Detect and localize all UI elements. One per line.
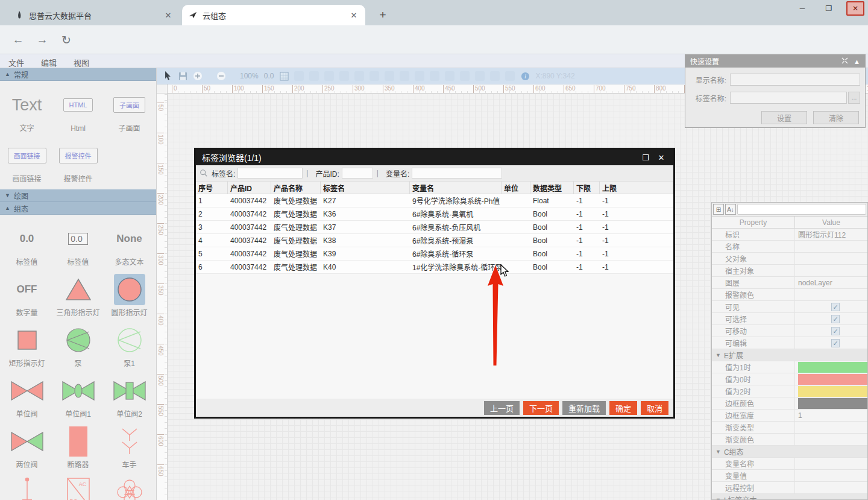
property-value[interactable]: ✓: [795, 301, 867, 312]
next-page-button[interactable]: 下一页: [523, 401, 559, 415]
checkbox-checked-icon[interactable]: ✓: [831, 303, 840, 311]
property-row-渐变颜色[interactable]: 渐变颜色: [712, 434, 867, 446]
browser-tab-2-active[interactable]: 云组态 ✕: [182, 5, 365, 25]
palette-item-逆变器[interactable]: ACDC逆变器: [52, 472, 104, 500]
tag-name-browse-button[interactable]: ...: [848, 92, 860, 104]
quick-settings-header[interactable]: 快速设置 ▲: [685, 55, 865, 68]
property-filter-input[interactable]: [737, 204, 866, 215]
property-row-渐变类型[interactable]: 渐变类型: [712, 422, 867, 434]
info-circle-icon[interactable]: i: [520, 71, 530, 81]
paste-icon[interactable]: [294, 71, 304, 81]
table-row[interactable]: 6400037442废气处理数据K401#化学洗涤除臭系统-循环泵Bool-1-…: [196, 261, 673, 274]
property-value[interactable]: ✓: [795, 325, 867, 337]
column-header-单位[interactable]: 单位: [502, 182, 530, 194]
reload-button[interactable]: 重新加载: [562, 401, 606, 415]
menu-item-2[interactable]: 编辑: [33, 54, 65, 68]
property-value[interactable]: [795, 241, 867, 252]
property-value[interactable]: [795, 422, 867, 433]
palette-item-泵1[interactable]: 泵1: [104, 320, 155, 370]
filter-input-0[interactable]: [237, 168, 303, 179]
new-tab-button[interactable]: +: [375, 7, 391, 23]
column-header-产品名称[interactable]: 产品名称: [271, 182, 321, 194]
property-value[interactable]: [795, 397, 867, 409]
categorized-view-icon[interactable]: ⊞: [713, 204, 724, 215]
property-row-可见[interactable]: 可见✓: [712, 301, 867, 313]
property-value[interactable]: [795, 253, 867, 264]
group-icon[interactable]: [445, 71, 454, 81]
palette-item-断路器[interactable]: 断路器: [52, 421, 104, 472]
property-value[interactable]: [795, 373, 867, 385]
color-swatch[interactable]: [798, 398, 867, 409]
keyboard-icon[interactable]: [490, 71, 500, 81]
property-value[interactable]: [795, 385, 867, 397]
property-row-可移动[interactable]: 可移动✓: [712, 325, 867, 337]
checkbox-checked-icon[interactable]: ✓: [831, 315, 840, 323]
property-row-可编辑[interactable]: 可编辑✓: [712, 337, 867, 349]
palette-item-数字量[interactable]: OFF数字量: [1, 269, 52, 320]
palette-item-报警控件[interactable]: 报警控件报警控件: [52, 135, 104, 186]
property-value[interactable]: [795, 289, 867, 300]
property-row-报警颜色[interactable]: 报警颜色: [712, 289, 867, 301]
property-row-标识[interactable]: 标识圆形指示灯112: [712, 229, 867, 241]
checkbox-checked-icon[interactable]: ✓: [831, 327, 840, 335]
property-value[interactable]: [795, 265, 867, 276]
table-row[interactable]: 4400037442废气处理数据K386#除臭系统-预湿泵Bool-1-1: [196, 234, 673, 247]
prev-page-button[interactable]: 上一页: [484, 401, 520, 415]
save-icon[interactable]: [178, 71, 187, 81]
cancel-button[interactable]: 取消: [641, 401, 668, 415]
property-value[interactable]: [795, 434, 867, 445]
table-row[interactable]: 2400037442废气处理数据K366#除臭系统-臭氧机Bool-1-1: [196, 207, 673, 221]
property-row-值为1时[interactable]: 值为1时: [712, 361, 867, 373]
property-value[interactable]: ✓: [795, 337, 867, 349]
palette-item-单位阀1[interactable]: 单位阀1: [52, 370, 104, 421]
property-value[interactable]: [795, 458, 867, 469]
minimize-icon[interactable]: ─: [793, 1, 811, 16]
grid-toggle-icon[interactable]: [279, 71, 289, 81]
dialog-titlebar[interactable]: 标签浏览器(1/1) ❒ ✕: [196, 150, 673, 165]
palette-item-画面链接[interactable]: 画面链接画面链接: [1, 135, 52, 186]
restore-icon[interactable]: ❐: [820, 1, 838, 16]
property-row-名称[interactable]: 名称: [712, 241, 867, 253]
table-row[interactable]: 1400037442废气处理数据K279号化学洗涤除臭系统-Ph值Float-1…: [196, 194, 673, 207]
align-top-icon[interactable]: [370, 71, 379, 81]
color-swatch[interactable]: [798, 386, 867, 397]
property-value[interactable]: nodeLayer: [795, 277, 867, 288]
palette-item-Html[interactable]: HTMLHtml: [52, 84, 104, 135]
palette-item-泵[interactable]: 泵: [52, 320, 104, 370]
filter-input-2[interactable]: [412, 168, 502, 179]
property-value[interactable]: ✓: [795, 313, 867, 324]
palette-item-圆形指示灯[interactable]: 圆形指示灯: [104, 269, 155, 320]
property-group-E扩展[interactable]: ▼E扩展: [712, 349, 867, 361]
column-header-下限[interactable]: 下限: [574, 182, 600, 194]
property-value[interactable]: 1: [795, 410, 867, 421]
property-row-值为0时[interactable]: 值为0时: [712, 373, 867, 385]
sort-az-icon[interactable]: A↓: [725, 204, 736, 215]
property-group-L标签文本[interactable]: ▼L标签文本: [712, 494, 867, 500]
menu-item-1[interactable]: 文件: [0, 54, 33, 68]
palette-item-单位阀[interactable]: 单位阀: [1, 370, 52, 421]
dock-icon[interactable]: [841, 57, 849, 66]
ok-button[interactable]: 确定: [609, 401, 637, 415]
reload-icon[interactable]: ↻: [58, 31, 75, 48]
pause-icon[interactable]: [475, 71, 485, 81]
back-icon[interactable]: ←: [10, 31, 27, 48]
zoom-out-icon[interactable]: [216, 71, 226, 81]
color-swatch[interactable]: [798, 374, 867, 385]
column-header-数据类型[interactable]: 数据类型: [530, 182, 574, 194]
column-header-上限[interactable]: 上限: [600, 182, 673, 194]
palette-item-标签值[interactable]: 0.0标签值: [52, 218, 104, 269]
property-row-边框颜色[interactable]: 边框颜色: [712, 397, 867, 410]
palette-item-刀闸[interactable]: 刀闸: [1, 472, 52, 500]
section-header-组态[interactable]: ▲组态: [0, 202, 156, 215]
property-row-宿主对象[interactable]: 宿主对象: [712, 265, 867, 277]
property-value[interactable]: [795, 482, 867, 493]
checkbox-checked-icon[interactable]: ✓: [831, 339, 840, 347]
property-row-可选择[interactable]: 可选择✓: [712, 313, 867, 325]
tag-name-input[interactable]: [730, 92, 847, 104]
tab2-close-icon[interactable]: ✕: [348, 11, 359, 20]
align-left-icon[interactable]: [324, 71, 334, 81]
property-row-边框宽度[interactable]: 边框宽度1: [712, 410, 867, 422]
property-row-变量名称[interactable]: 变量名称: [712, 458, 867, 470]
ungroup-icon[interactable]: [460, 71, 470, 81]
palette-item-多态文本[interactable]: None多态文本: [104, 218, 155, 269]
